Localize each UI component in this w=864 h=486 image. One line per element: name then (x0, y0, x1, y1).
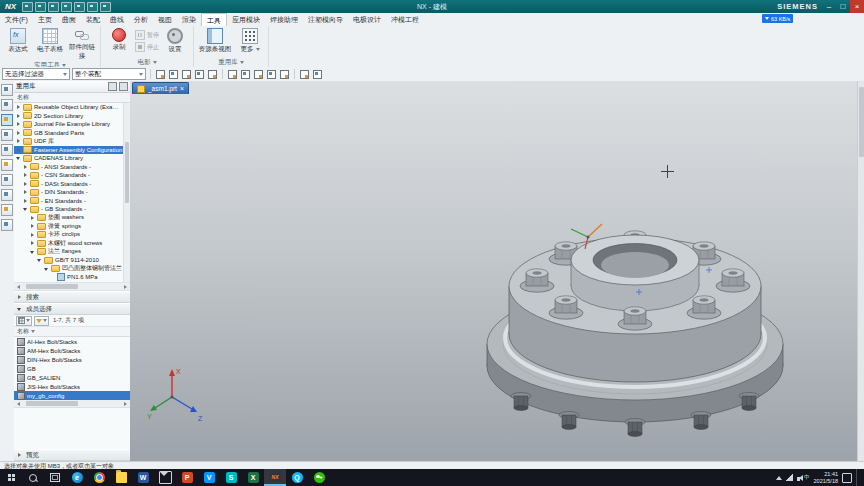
select-all-icon[interactable] (266, 69, 277, 80)
maximize-button[interactable]: □ (836, 0, 850, 13)
roles-icon[interactable] (1, 219, 13, 231)
scroll-right-icon[interactable] (124, 285, 127, 289)
reuse-library-icon[interactable] (1, 114, 13, 126)
more-button[interactable]: 更多 (234, 27, 266, 54)
expand-icon[interactable] (23, 181, 29, 187)
paste-icon[interactable] (87, 2, 98, 12)
tree-item[interactable]: CADENAS Library (14, 154, 130, 163)
tree-item[interactable]: GB/T 9114-2010 (14, 256, 130, 265)
web-browser-icon[interactable] (1, 159, 13, 171)
scroll-right-icon[interactable] (124, 402, 127, 406)
scrollbar-thumb[interactable] (26, 401, 78, 406)
viewport-scrollbar[interactable] (857, 81, 864, 461)
tree-item[interactable]: GB Standard Parts (14, 129, 130, 138)
panel-menu-icon[interactable] (119, 82, 128, 91)
wcs-orient-icon[interactable] (299, 69, 310, 80)
expand-icon[interactable] (30, 223, 36, 229)
highlight-icon[interactable] (227, 69, 238, 80)
tree-item[interactable]: PN1.6 MPa (14, 273, 130, 282)
filter-dropdown[interactable] (34, 316, 49, 326)
tab-die-engineering[interactable]: 冲模工程 (386, 13, 424, 26)
tree-item[interactable]: 垫圈 washers (14, 214, 130, 223)
expand-icon[interactable] (16, 138, 22, 144)
tree-item[interactable]: - ANSI Standards - (14, 163, 130, 172)
taskbar-vscode-button[interactable]: V (198, 469, 220, 486)
taskbar-excel-button[interactable]: X (242, 469, 264, 486)
tree-item[interactable]: - CSN Standards - (14, 171, 130, 180)
collapse-icon[interactable] (30, 249, 36, 255)
taskbar-qq-button[interactable]: Q (286, 469, 308, 486)
selection-scope-dropdown[interactable]: 整个装配 (72, 68, 146, 80)
expand-icon[interactable] (16, 104, 22, 110)
assembly-navigator-icon[interactable] (1, 84, 13, 96)
minimize-button[interactable]: – (822, 0, 836, 13)
save-icon[interactable] (22, 2, 33, 12)
select-edge-icon[interactable] (194, 69, 205, 80)
window-switch-icon[interactable] (100, 2, 111, 12)
tree-vertical-scrollbar[interactable] (123, 103, 130, 282)
tab-assembly[interactable]: 装配 (81, 13, 105, 26)
expand-icon[interactable] (23, 198, 29, 204)
scrollbar-thumb[interactable] (125, 142, 129, 203)
expand-icon[interactable] (30, 232, 36, 238)
history-icon[interactable] (1, 174, 13, 186)
member-column-header[interactable]: 名称 (14, 327, 130, 337)
copy-icon[interactable] (74, 2, 85, 12)
tree-item[interactable]: 2D Section Library (14, 112, 130, 121)
fence-select-icon[interactable] (240, 69, 251, 80)
scrollbar-thumb[interactable] (859, 87, 864, 157)
tree-item[interactable]: Reusable Object Library (Example) (14, 103, 130, 112)
taskbar-word-button[interactable]: W (132, 469, 154, 486)
tree-item[interactable]: 弹簧 springs (14, 222, 130, 231)
member-row-selected[interactable]: my_gb_config (14, 391, 130, 400)
chevron-up-icon[interactable] (776, 476, 782, 480)
tab-file[interactable]: 文件(F) (0, 13, 33, 26)
undo-icon[interactable] (35, 2, 46, 12)
member-row[interactable]: GB (14, 364, 130, 373)
measure-icon[interactable] (312, 69, 323, 80)
tab-render[interactable]: 渲染 (177, 13, 201, 26)
pin-icon[interactable] (108, 82, 117, 91)
view-mode-dropdown[interactable] (16, 316, 32, 326)
tab-mold-wizard[interactable]: 注塑模向导 (303, 13, 348, 26)
collapse-icon[interactable] (23, 206, 29, 212)
collapse-icon[interactable] (16, 155, 22, 161)
search-button[interactable] (22, 469, 44, 486)
tree-item[interactable]: 木螺钉 wood screws (14, 239, 130, 248)
tree-item[interactable]: UDF 库 (14, 137, 130, 146)
manufacturing-wizard-icon[interactable] (1, 204, 13, 216)
tree-column-header[interactable]: 名称 (14, 93, 130, 103)
tree-item[interactable]: Journal File Example Library (14, 120, 130, 129)
section-preview[interactable]: 预览 (14, 449, 130, 461)
member-row[interactable]: JIS-Hex Bolt/Stacks (14, 382, 130, 391)
tab-application[interactable]: 应用模块 (227, 13, 265, 26)
taskbar-edge-button[interactable]: e (66, 469, 88, 486)
expand-icon[interactable] (16, 130, 22, 136)
selection-filter-dropdown[interactable]: 无选择过滤器 (2, 68, 70, 80)
volume-icon[interactable] (797, 477, 800, 481)
expand-icon[interactable] (30, 240, 36, 246)
cut-icon[interactable] (61, 2, 72, 12)
resource-bar-view-button[interactable]: 资源条视图 (196, 27, 234, 54)
graphics-window[interactable]: _asm1.prt × (130, 81, 857, 461)
lasso-select-icon[interactable] (253, 69, 264, 80)
taskbar-file-explorer-button[interactable] (110, 469, 132, 486)
member-row[interactable]: AM-Hex Bolt/Stacks (14, 346, 130, 355)
expand-icon[interactable] (23, 189, 29, 195)
expand-icon[interactable] (16, 121, 22, 127)
tree-item[interactable]: - DIN Standards - (14, 188, 130, 197)
flange-assembly-model[interactable] (465, 136, 805, 446)
record-movie-button[interactable]: 录制 (103, 27, 135, 52)
tab-tools[interactable]: 工具 (201, 13, 227, 26)
interpart-link-button[interactable]: 部件间链接 (66, 27, 98, 61)
tree-item-selected[interactable]: Fastener Assembly Configuration (14, 146, 130, 155)
scroll-left-icon[interactable] (17, 402, 20, 406)
show-desktop-button[interactable] (856, 469, 860, 486)
task-view-button[interactable] (44, 469, 66, 486)
tree-item[interactable]: - GB Standards - (14, 205, 130, 214)
network-icon[interactable] (786, 474, 793, 481)
expand-icon[interactable] (23, 172, 29, 178)
language-indicator[interactable]: 中 (804, 474, 810, 481)
tree-item[interactable]: 凹凸面整体钢制管法兰 (14, 265, 130, 274)
collapse-icon[interactable] (44, 266, 50, 272)
